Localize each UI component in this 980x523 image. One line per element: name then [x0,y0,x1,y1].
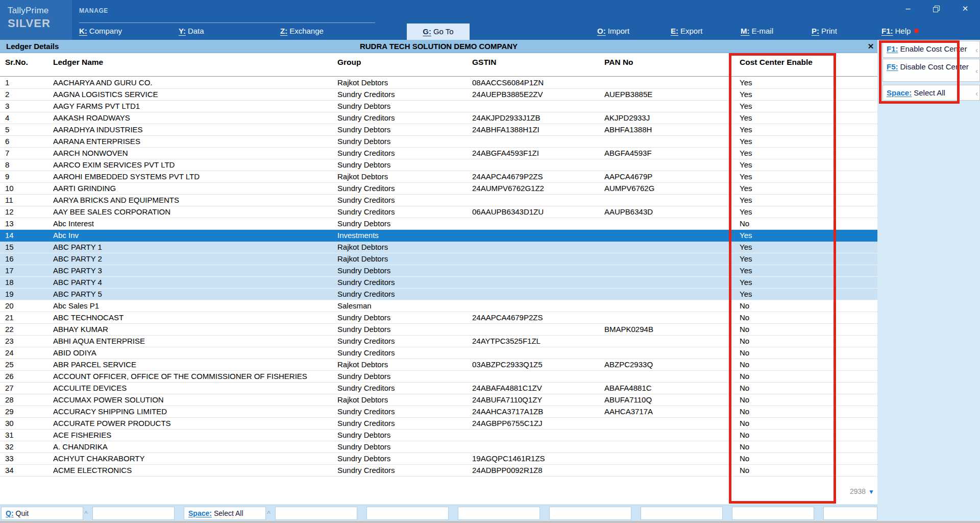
window-restore-icon[interactable] [933,6,940,12]
cell-ledger-name: AAY BEE SALES CORPORATION [53,206,170,218]
sidebar-button-select-all[interactable]: Space:Select All ‹ [883,85,980,101]
bottombar-button-select-all[interactable]: Space:Select All [184,507,266,520]
table-row[interactable]: 11AARYA BRICKS AND EQUIPMENTSSundry Cred… [0,195,877,206]
menu-item-import[interactable]: O:Import [597,27,629,35]
cell-ledger-name: ABC PARTY 3 [53,265,102,276]
menu-item-print[interactable]: P:Print [812,27,837,35]
table-row[interactable]: 19ABC PARTY 5Sundry CreditorsYes [0,289,877,300]
table-row[interactable]: 23ABHI AQUA ENTERPRISESundry Creditors24… [0,336,877,347]
cell-gstin: 24AYTPC3525F1ZL [472,336,541,347]
table-row[interactable]: 24ABID ODIYASundry CreditorsNo [0,347,877,359]
table-row[interactable]: 29ACCURACY SHIPPING LIMITEDSundry Credit… [0,406,877,418]
table-row[interactable]: 2AAGNA LOGISTICS SERVICESundry Creditors… [0,89,877,101]
cell-srno: 14 [5,230,14,241]
table-row[interactable]: 30ACCURATE POWER PRODUCTSSundry Creditor… [0,418,877,430]
table-row[interactable]: 34ACME ELECTRONICSSundry Creditors24ADBP… [0,465,877,477]
table-row[interactable]: 32A. CHANDRIKASundry DebtorsNo [0,441,877,453]
cell-group: Sundry Creditors [337,112,395,124]
table-row[interactable]: 12AAY BEE SALES CORPORATIONSundry Credit… [0,206,877,218]
cell-group: Sundry Debtors [337,453,390,464]
table-row[interactable]: 28ACCUMAX POWER SOLUTIONRajkot Debtors24… [0,394,877,406]
brand-logo: TallyPrime SILVER [0,0,72,40]
menu-item-goto[interactable]: G:Go To [407,23,470,40]
table-row[interactable]: 15ABC PARTY 1Rajkot DebtorsYes [0,242,877,253]
cell-ledger-name: A. CHANDRIKA [53,441,108,453]
window-minimize-button[interactable]: – [901,3,915,14]
table-row[interactable]: 8AARCO EXIM SERVICES PVT LTDSundry Debto… [0,159,877,171]
collapse-left-icon[interactable]: ‹ [975,88,978,97]
cell-pan: BMAPK0294B [604,324,653,335]
cell-pan: ABGFA4593F [604,148,652,159]
cell-ledger-name: ABID ODIYA [53,347,96,359]
cell-group: Sundry Creditors [337,406,395,417]
sidebar-button-disable-cost-center[interactable]: F5:Disable Cost Center ‹ [883,59,980,82]
table-row[interactable]: 9AAROHI EMBEDDED SYSTEMS PVT LTDRajkot D… [0,171,877,183]
cell-gstin: 08AACCS6084P1ZN [472,77,544,88]
table-row[interactable]: 3AAGY FARMS PVT LTD1Sundry DebtorsYes [0,101,877,112]
cell-ledger-name: ACE FISHERIES [53,430,111,441]
cell-group: Sundry Creditors [337,183,395,194]
table-row[interactable]: 4AAKASH ROADWAYSSundry Creditors24AKJPD2… [0,112,877,124]
table-row[interactable]: 21ABC TECHNOCASTSundry Debtors24AAPCA467… [0,312,877,324]
window-close-button[interactable]: ✕ [959,3,972,14]
sidebar-button-enable-cost-center[interactable]: F1:Enable Cost Center ‹ [883,41,980,58]
table-row[interactable]: 33ACHYUT CHAKRABORTYSundry Debtors19AGQP… [0,453,877,465]
cell-ledger-name: ABHI AQUA ENTERPRISE [53,336,145,347]
panel-close-icon[interactable]: ✕ [865,40,877,53]
table-row[interactable]: 16ABC PARTY 2Rajkot DebtorsYes [0,253,877,265]
collapse-left-icon[interactable]: ‹ [975,66,978,75]
cell-srno: 31 [5,430,14,441]
expand-caret-icon[interactable]: ^ [84,510,88,517]
scroll-down-icon[interactable]: ▼ [868,488,874,495]
cell-gstin: 24ABHFA1388H1ZI [472,124,540,135]
cell-srno: 1 [5,77,9,88]
table-row[interactable]: 31ACE FISHERIESSundry DebtorsNo [0,430,877,441]
cell-cost-center-enable: No [740,465,749,476]
cell-srno: 9 [5,171,9,182]
menu-item-exchange[interactable]: Z:Exchange [280,27,324,35]
cell-cost-center-enable: Yes [740,183,752,194]
cell-srno: 22 [5,324,14,335]
table-row[interactable]: 10AARTI GRINDINGSundry Creditors24AUMPV6… [0,183,877,195]
cell-group: Rajkot Debtors [337,77,388,88]
cell-ledger-name: Abc Interest [53,218,94,229]
cell-srno: 6 [5,136,9,147]
expand-caret-icon[interactable]: ^ [267,510,271,517]
table-row[interactable]: 26ACCOUNT OFFICER, OFFICE OF THE COMMISS… [0,371,877,383]
table-row[interactable]: 25ABR PARCEL SERVICERajkot Debtors03ABZP… [0,359,877,371]
menu-item-email[interactable]: M:E-mail [741,27,773,35]
cell-group: Sundry Debtors [337,441,390,453]
table-row[interactable]: 17ABC PARTY 3Sundry DebtorsYes [0,265,877,277]
cell-srno: 21 [5,312,14,323]
cell-gstin: 24ABUFA7110Q1ZY [472,394,542,406]
cell-gstin: 24AKJPD2933J1ZB [472,112,540,124]
cell-group: Sundry Creditors [337,347,395,359]
cell-ledger-name: AARYA BRICKS AND EQUIPMENTS [53,195,179,206]
bottombar-button-quit[interactable]: Q:Quit [1,507,83,520]
table-row[interactable]: 22ABHAY KUMARSundry DebtorsBMAPK0294BNo [0,324,877,336]
bottombar-key: Space: [188,509,212,517]
table-row[interactable]: 13Abc InterestSundry DebtorsNo [0,218,877,230]
cell-pan: AKJPD2933J [604,112,650,124]
table-row[interactable]: 7AARCH NONWOVENSundry Creditors24ABGFA45… [0,148,877,159]
cell-ledger-name: AARCH NONWOVEN [53,148,128,159]
menu-item-export[interactable]: E:Export [671,27,702,35]
table-row[interactable]: 20Abc Sales P1SalesmanNo [0,300,877,312]
table-row[interactable]: 1AACHARYA AND GURU CO.Rajkot Debtors08AA… [0,77,877,89]
bottombar-key: Q: [6,509,14,517]
cell-cost-center-enable: No [740,406,749,417]
collapse-left-icon[interactable]: ‹ [975,45,978,54]
cell-cost-center-enable: Yes [740,159,752,171]
table-row[interactable]: 27ACCULITE DEVICESSundry Creditors24ABAF… [0,383,877,394]
cell-cost-center-enable: Yes [740,265,752,276]
table-row[interactable]: 6AARANA ENTERPRISESSundry DebtorsYes [0,136,877,148]
menu-item-help[interactable]: F1:Help [881,27,919,35]
cell-cost-center-enable: Yes [740,195,752,206]
cell-pan: AUMPV6762G [604,183,654,194]
menu-item-company[interactable]: K:Company [79,27,122,35]
menu-item-data[interactable]: Y:Data [179,27,204,35]
table-row[interactable]: 14Abc InvInvestmentsYes [0,230,877,242]
table-row[interactable]: 5AARADHYA INDUSTRIESSundry Debtors24ABHF… [0,124,877,136]
table-row[interactable]: 18ABC PARTY 4Sundry CreditorsYes [0,277,877,289]
brand-product: TallyPrime [8,6,72,16]
